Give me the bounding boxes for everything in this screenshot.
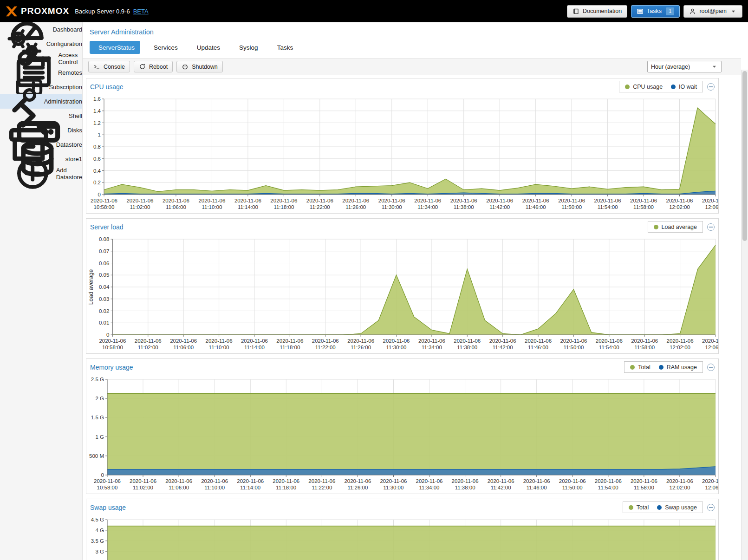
toolbar: Console Reboot Shutdown Hour (average) <box>83 58 741 75</box>
legend-item[interactable]: RAM usage <box>659 364 697 371</box>
legend-dot <box>629 505 633 510</box>
vertical-scrollbar[interactable] <box>741 70 748 560</box>
legend-item[interactable]: CPU usage <box>625 84 663 90</box>
svg-text:2020-11-06: 2020-11-06 <box>631 478 657 484</box>
documentation-button[interactable]: Documentation <box>567 5 627 18</box>
svg-text:11:54:00: 11:54:00 <box>599 345 619 350</box>
svg-text:10:58:00: 10:58:00 <box>102 345 123 350</box>
svg-text:0.02: 0.02 <box>99 308 109 314</box>
user-button[interactable]: root@pam <box>683 5 742 18</box>
svg-text:11:26:00: 11:26:00 <box>345 204 366 210</box>
scrollbar-thumb[interactable] <box>742 71 747 241</box>
console-button[interactable]: Console <box>88 61 130 72</box>
svg-text:0: 0 <box>98 192 101 197</box>
svg-text:11:58:00: 11:58:00 <box>634 345 655 350</box>
svg-text:2020-11-06: 2020-11-06 <box>414 198 441 203</box>
svg-text:2020-11-06: 2020-11-06 <box>312 338 339 344</box>
caret-right-icon <box>73 128 78 133</box>
legend-item[interactable]: Total <box>630 364 650 371</box>
caret-down-icon <box>711 63 718 70</box>
charts-area: CPU usageCPU usageIO wait00.20.40.60.811… <box>83 75 741 560</box>
tasks-button[interactable]: Tasks 1 <box>631 5 680 18</box>
legend-label: IO wait <box>679 84 697 90</box>
chart-panel-server-load: Server loadLoad average00.010.020.030.04… <box>86 218 719 354</box>
svg-text:11:18:00: 11:18:00 <box>273 204 294 210</box>
svg-text:2020-11-06: 2020-11-06 <box>702 198 718 203</box>
tab-tasks[interactable]: Tasks <box>268 41 299 54</box>
svg-text:11:22:00: 11:22:00 <box>312 485 332 490</box>
svg-text:12:02:00: 12:02:00 <box>669 204 690 210</box>
svg-text:2020-11-06: 2020-11-06 <box>99 338 126 344</box>
tasks-badge: 1 <box>666 7 674 15</box>
svg-text:2020-11-06: 2020-11-06 <box>170 338 197 344</box>
sidebar-item-add-datastore[interactable]: Add Datastore <box>0 166 82 181</box>
caret-down-icon <box>73 41 78 46</box>
svg-text:0.08: 0.08 <box>99 236 109 242</box>
legend-dot <box>657 505 662 510</box>
svg-text:0.6: 0.6 <box>93 156 101 162</box>
svg-text:2020-11-06: 2020-11-06 <box>416 478 443 484</box>
svg-text:3 G: 3 G <box>95 549 104 554</box>
svg-text:11:14:00: 11:14:00 <box>240 485 260 490</box>
collapse-icon[interactable] <box>707 364 715 371</box>
svg-text:2020-11-06: 2020-11-06 <box>631 338 658 344</box>
svg-text:2020-11-06: 2020-11-06 <box>380 478 407 484</box>
legend-label: Swap usage <box>665 504 697 511</box>
tab-serverstatus[interactable]: ServerStatus <box>90 41 140 54</box>
legend-item[interactable]: Swap usage <box>657 504 697 511</box>
svg-text:11:14:00: 11:14:00 <box>244 345 265 350</box>
svg-text:11:42:00: 11:42:00 <box>489 204 510 210</box>
tab-syslog[interactable]: Syslog <box>230 41 264 54</box>
expander[interactable] <box>73 128 78 133</box>
svg-text:2020-11-06: 2020-11-06 <box>702 478 718 484</box>
svg-text:12:06:00: 12:06:00 <box>705 204 718 210</box>
legend-item[interactable]: IO wait <box>671 84 697 90</box>
expander[interactable] <box>73 99 78 104</box>
svg-text:2020-11-06: 2020-11-06 <box>273 478 299 484</box>
svg-text:1.4: 1.4 <box>93 108 101 114</box>
reboot-label: Reboot <box>149 64 168 70</box>
svg-text:11:42:00: 11:42:00 <box>491 485 511 490</box>
svg-text:2020-11-06: 2020-11-06 <box>558 198 585 203</box>
svg-text:2020-11-06: 2020-11-06 <box>344 478 371 484</box>
expander[interactable] <box>73 41 78 46</box>
svg-text:2020-11-06: 2020-11-06 <box>596 338 623 344</box>
page-title: Server Administration <box>83 22 741 37</box>
svg-text:0: 0 <box>101 472 104 478</box>
sidebar-item-label: store1 <box>65 156 82 163</box>
collapse-icon[interactable] <box>707 83 715 91</box>
beta-link[interactable]: BETA <box>133 8 149 15</box>
svg-text:2020-11-06: 2020-11-06 <box>276 338 303 344</box>
legend-dot <box>625 85 630 89</box>
svg-text:11:46:00: 11:46:00 <box>527 485 547 490</box>
svg-text:11:06:00: 11:06:00 <box>173 345 194 350</box>
legend-label: Total <box>637 504 649 511</box>
svg-text:2020-11-06: 2020-11-06 <box>452 478 479 484</box>
svg-text:0.2: 0.2 <box>93 180 101 185</box>
svg-text:11:38:00: 11:38:00 <box>457 345 477 350</box>
tab-updates[interactable]: Updates <box>188 41 226 54</box>
sidebar: DashboardConfigurationAccess ControlRemo… <box>0 22 83 560</box>
brand-text: PROXMOX <box>21 6 69 16</box>
product-version: Backup Server 0.9-6 <box>75 8 130 15</box>
reboot-button[interactable]: Reboot <box>134 61 173 72</box>
svg-text:11:50:00: 11:50:00 <box>563 345 584 350</box>
timeframe-select[interactable]: Hour (average) <box>647 61 722 72</box>
svg-text:2020-11-06: 2020-11-06 <box>525 338 552 344</box>
svg-text:4.5 G: 4.5 G <box>91 517 104 522</box>
svg-text:11:02:00: 11:02:00 <box>138 345 158 350</box>
svg-text:2020-11-06: 2020-11-06 <box>234 198 261 203</box>
legend-item[interactable]: Load average <box>654 224 697 230</box>
svg-text:2.5 G: 2.5 G <box>91 377 104 382</box>
svg-text:4 G: 4 G <box>95 527 104 533</box>
svg-text:10:58:00: 10:58:00 <box>94 204 115 210</box>
svg-text:1.2: 1.2 <box>93 120 101 126</box>
svg-text:11:26:00: 11:26:00 <box>347 485 368 490</box>
legend-item[interactable]: Total <box>629 504 649 511</box>
shutdown-button[interactable]: Shutdown <box>176 61 223 72</box>
tab-services[interactable]: Services <box>145 41 183 54</box>
collapse-icon[interactable] <box>707 504 715 511</box>
collapse-icon[interactable] <box>707 223 715 231</box>
svg-text:11:34:00: 11:34:00 <box>422 345 442 350</box>
console-label: Console <box>104 64 125 70</box>
